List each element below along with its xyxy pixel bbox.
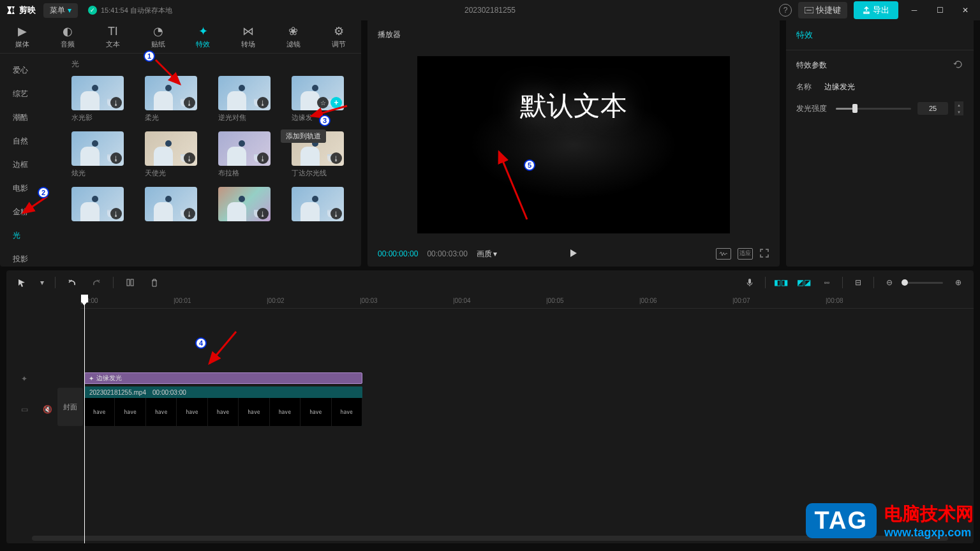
effect-thumbnail[interactable]: ⭳ [145, 187, 197, 221]
category-item[interactable]: 投影 [0, 247, 64, 267]
download-button[interactable]: ⭳ [184, 152, 195, 164]
download-button[interactable]: ⭳ [330, 208, 342, 219]
category-item[interactable]: 自然 [0, 129, 64, 153]
minimize-button[interactable]: ─ [905, 1, 924, 20]
download-button[interactable]: ⭳ [257, 97, 269, 108]
tab-7[interactable]: ⚙调节 [316, 20, 361, 53]
close-button[interactable]: ✕ [956, 1, 975, 20]
category-item[interactable]: 金粉 [0, 200, 64, 224]
waveform-toggle[interactable] [716, 248, 731, 260]
effect-thumbnail[interactable]: ⭳ [292, 187, 344, 221]
quality-selector[interactable]: 画质 ▾ [477, 249, 497, 260]
tab-6[interactable]: ❀滤镜 [271, 20, 316, 53]
effect-item[interactable]: ⭳布拉格 [218, 131, 280, 178]
clip-thumbnails: havehavehavehavehavehavehavehavehave [84, 398, 362, 426]
favorite-button[interactable]: ☆ [317, 97, 329, 108]
download-button[interactable]: ⭳ [110, 208, 122, 219]
reset-button[interactable] [953, 59, 963, 71]
zoom-in[interactable]: ⊕ [951, 275, 966, 290]
add-to-track-button[interactable]: + [330, 97, 342, 108]
download-button[interactable]: ⭳ [257, 152, 269, 164]
tab-1[interactable]: ◐音频 [45, 20, 91, 53]
frame-thumb: have [208, 398, 239, 426]
split-button[interactable] [122, 275, 138, 290]
tool-dropdown[interactable]: ▾ [38, 275, 46, 290]
effect-item[interactable]: ⭳ [292, 187, 353, 224]
video-clip[interactable]: 202302181255.mp4 00:00:03:00 havehavehav… [84, 386, 362, 426]
category-item[interactable]: 电影 [0, 177, 64, 200]
effect-item[interactable]: ⭳逆光对焦 [218, 76, 280, 122]
mic-button[interactable] [742, 275, 757, 290]
logo-icon [5, 4, 17, 16]
play-button[interactable] [568, 248, 579, 260]
tab-4[interactable]: ✦特效 [181, 20, 226, 53]
cover-button[interactable]: 封面 [57, 388, 83, 426]
menu-label: 菜单 [50, 5, 65, 16]
download-button[interactable]: ⭳ [330, 152, 342, 164]
effect-thumbnail[interactable]: ☆+ [292, 76, 344, 110]
slider-thumb[interactable] [852, 104, 858, 113]
effect-thumbnail[interactable]: ⭳ [145, 131, 197, 166]
tab-0[interactable]: ▶媒体 [0, 20, 45, 53]
tab-5[interactable]: ⋈转场 [226, 20, 271, 53]
lock-track-button[interactable]: ▭ [18, 403, 31, 416]
mute-track-button[interactable]: 🔇 [41, 403, 54, 416]
effect-item[interactable]: ⭳天使光 [145, 131, 207, 178]
effect-item[interactable]: ⭳ [218, 187, 280, 224]
props-tab-effects[interactable]: 特效 [786, 20, 974, 50]
effect-thumbnail[interactable]: ⭳ [71, 131, 124, 166]
effect-item[interactable]: ⭳ [71, 187, 133, 224]
download-button[interactable]: ⭳ [110, 97, 122, 108]
effect-item[interactable]: ⭳炫光 [71, 131, 133, 178]
tab-2[interactable]: TI文本 [91, 20, 136, 53]
effect-clip[interactable]: ✦ 边缘发光 [84, 372, 362, 384]
zoom-slider[interactable] [905, 282, 943, 284]
effect-thumbnail[interactable]: ⭳ [218, 76, 271, 110]
magnet-1[interactable]: ◧◨ [773, 275, 789, 290]
playhead[interactable] [84, 295, 85, 543]
effect-track-toggle[interactable]: ✦ [18, 372, 31, 385]
fullscreen-button[interactable] [759, 248, 769, 260]
spin-up[interactable]: ▲ [954, 101, 963, 108]
download-button[interactable]: ⭳ [184, 97, 195, 108]
effect-item[interactable]: ⭳水光影 [71, 76, 133, 122]
download-button[interactable]: ⭳ [110, 152, 122, 164]
pointer-tool[interactable] [14, 275, 29, 290]
menu-button[interactable]: 菜单 ▾ [43, 3, 78, 18]
timeline-ruler[interactable]: |00:00|00:01|00:02|00:03|00:04|00:05|00:… [80, 295, 974, 309]
tab-3[interactable]: ◔贴纸 [135, 20, 181, 53]
delete-button[interactable] [147, 275, 162, 290]
zoom-out[interactable]: ⊖ [882, 275, 897, 290]
category-item[interactable]: 边框 [0, 153, 64, 177]
glow-value-input[interactable] [917, 102, 948, 115]
effect-thumbnail[interactable]: ⭳ [218, 187, 271, 221]
playhead-handle[interactable] [81, 295, 88, 302]
shortcut-button[interactable]: 快捷键 [798, 2, 847, 18]
maximize-button[interactable]: ☐ [930, 1, 949, 20]
download-button[interactable]: ⭳ [184, 208, 195, 219]
category-item[interactable]: 潮酷 [0, 106, 64, 129]
glow-slider[interactable] [836, 108, 911, 110]
effect-thumbnail[interactable]: ⭳ [71, 187, 124, 221]
category-item[interactable]: 光 [0, 224, 64, 247]
category-item[interactable]: 爱心 [0, 59, 64, 82]
magnet-2[interactable]: ◩◪ [796, 275, 812, 290]
category-item[interactable]: 综艺 [0, 82, 64, 106]
effect-item[interactable]: ⭳ [145, 187, 207, 224]
export-button[interactable]: 导出 [854, 1, 898, 19]
align-button[interactable]: ⊟ [850, 275, 866, 290]
download-button[interactable]: ⭳ [257, 208, 269, 219]
timeline-scrollbar[interactable] [32, 536, 948, 541]
effect-thumbnail[interactable]: ⭳ [145, 76, 197, 110]
effect-thumbnail[interactable]: ⭳ [71, 76, 124, 110]
effect-item[interactable]: ☆+边缘发 [292, 76, 353, 122]
ratio-selector[interactable]: 适应 [738, 248, 753, 260]
spin-down[interactable]: ▼ [954, 108, 963, 115]
effect-thumbnail[interactable]: ⭳ [218, 131, 271, 166]
video-canvas[interactable]: 默认文本 [417, 56, 730, 233]
magnet-3[interactable]: ▫▫ [819, 275, 835, 290]
effect-item[interactable]: ⭳柔光 [145, 76, 207, 122]
redo-button[interactable] [89, 275, 104, 290]
undo-button[interactable] [64, 275, 80, 290]
help-button[interactable]: ? [779, 4, 792, 17]
